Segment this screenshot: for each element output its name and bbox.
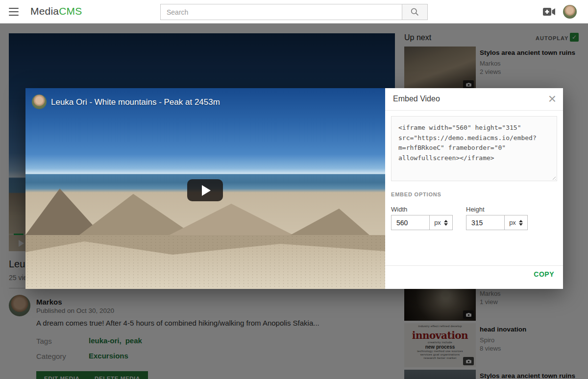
mediacms-page: Leuka Ori - White mountains - Peak at 24… [0,0,588,379]
copy-button[interactable]: COPY [534,270,554,278]
top-navbar: MediaCMS [0,0,588,24]
embed-code-line: allowfullscreen></iframe> [398,153,550,164]
width-label: Width [391,206,407,213]
scree-texture [25,235,385,289]
search-bar [160,4,428,20]
width-unit-label: px [434,219,441,226]
embed-code-line: <iframe width="560" height="315" [398,123,550,133]
embed-options-label: EMBED OPTIONS [391,191,441,197]
search-icon [410,7,419,17]
embed-video-preview[interactable]: Leuka Ori - White mountains - Peak at 24… [25,88,385,289]
close-icon[interactable]: × [548,91,556,107]
user-avatar[interactable] [563,5,577,19]
logo-media-text: Media [30,5,59,17]
embed-code-line: src="https://demo.mediacms.io/embed? [398,133,550,143]
stepper-arrows-icon [444,220,448,226]
search-input[interactable] [160,4,402,20]
logo-cms-text: CMS [59,5,82,17]
mediacms-logo[interactable]: MediaCMS [30,5,82,17]
width-unit-select[interactable]: px [429,215,453,230]
resize-handle[interactable] [551,175,556,180]
embed-video-modal: Leuka Ori - White mountains - Peak at 24… [25,88,563,289]
embed-code-line: m=rhfBRkoeC" frameborder="0" [398,143,550,153]
height-unit-label: px [509,219,516,226]
divider [385,265,563,266]
modal-title: Embed Video [393,95,440,103]
height-field-group: px [466,215,528,230]
width-field-group: px [391,215,453,230]
search-button[interactable] [402,4,428,20]
preview-video-title: Leuka Ori - White mountains - Peak at 24… [51,97,220,107]
embed-code-textarea[interactable]: <iframe width="560" height="315" src="ht… [391,116,557,181]
height-label: Height [466,206,485,213]
embed-options-panel: Embed Video × <iframe width="560" height… [385,88,563,289]
preview-author-avatar[interactable] [32,95,47,109]
divider [385,110,563,111]
height-input[interactable] [466,215,504,230]
play-icon [202,185,211,196]
upload-media-icon[interactable] [543,7,556,17]
width-input[interactable] [391,215,429,230]
stepper-arrows-icon [519,220,523,226]
menu-icon[interactable] [8,7,20,17]
height-unit-select[interactable]: px [504,215,528,230]
play-button[interactable] [187,179,223,201]
